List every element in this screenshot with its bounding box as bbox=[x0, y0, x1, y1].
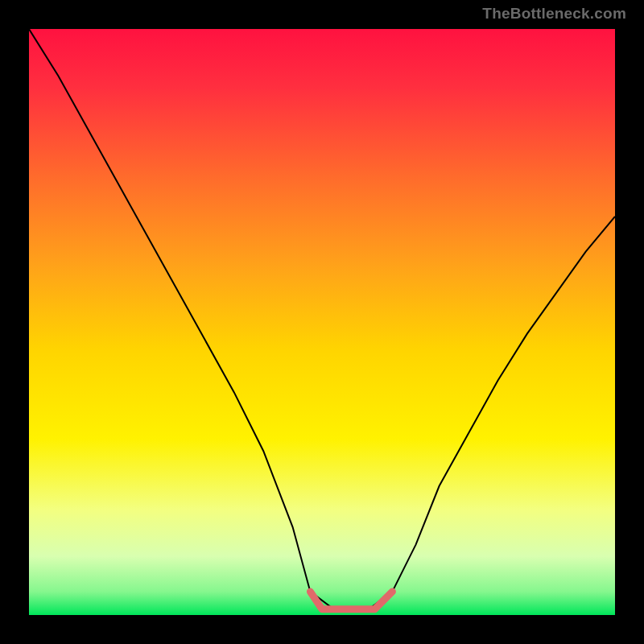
chart-svg bbox=[29, 29, 615, 615]
chart-frame: TheBottleneck.com bbox=[0, 0, 644, 644]
watermark-text: TheBottleneck.com bbox=[482, 5, 626, 23]
gradient-background bbox=[29, 29, 615, 615]
plot-area bbox=[29, 29, 615, 615]
